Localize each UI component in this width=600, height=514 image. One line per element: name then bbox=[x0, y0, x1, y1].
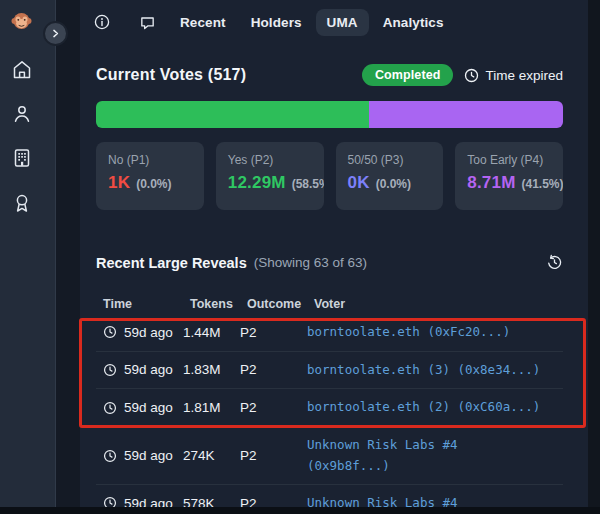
sidebar-expand-button[interactable] bbox=[43, 21, 68, 46]
time-ago-text: 59d ago bbox=[124, 400, 173, 415]
stat-card-value: 8.71M bbox=[467, 173, 515, 192]
stat-card-no-p1: No (P1)1K(0.0%) bbox=[96, 142, 204, 210]
tab-holders[interactable]: Holders bbox=[240, 9, 313, 36]
cell-time: 59d ago bbox=[103, 400, 183, 415]
timer: Time expired bbox=[464, 68, 563, 83]
clock-icon bbox=[103, 325, 117, 339]
clock-icon bbox=[103, 363, 117, 377]
chat-icon[interactable] bbox=[139, 14, 156, 31]
time-ago-text: 59d ago bbox=[124, 325, 173, 340]
stat-card-value: 12.29M bbox=[228, 173, 286, 192]
nav-tabs: RecentHoldersUMAAnalytics bbox=[169, 9, 455, 36]
cell-tokens: 1.83M bbox=[183, 362, 240, 377]
cell-outcome: P2 bbox=[240, 362, 307, 377]
clock-icon bbox=[103, 449, 117, 463]
right-gutter bbox=[588, 0, 600, 514]
cell-time: 59d ago bbox=[103, 325, 183, 340]
table-row: 59d ago1.81MP2borntoolate.eth (2) (0xC60… bbox=[96, 389, 563, 427]
sidebar-item-organization[interactable] bbox=[11, 147, 33, 169]
stat-card-percent: (58.5%) bbox=[292, 177, 324, 191]
voter-line-text: borntoolate.eth (0xFc20...) bbox=[307, 322, 563, 343]
voter-link[interactable]: borntoolate.eth (2) (0xC60a...) bbox=[307, 397, 563, 418]
reveals-header: Recent Large Reveals (Showing 63 of 63) bbox=[96, 254, 563, 271]
building-icon bbox=[11, 147, 33, 169]
timer-label: Time expired bbox=[485, 68, 563, 83]
stat-card-label: No (P1) bbox=[108, 153, 193, 167]
user-icon bbox=[11, 103, 33, 125]
stat-card-yes-p2: Yes (P2)12.29M(58.5%) bbox=[216, 142, 324, 210]
stat-card-label: Yes (P2) bbox=[228, 153, 313, 167]
table-row: 59d ago1.44MP2borntoolate.eth (0xFc20...… bbox=[96, 314, 563, 352]
column-header-voter: Voter bbox=[314, 297, 563, 311]
bottom-edge-strip bbox=[0, 507, 600, 514]
sidebar-item-rewards[interactable] bbox=[11, 192, 33, 214]
time-ago-text: 59d ago bbox=[124, 448, 173, 463]
tab-uma[interactable]: UMA bbox=[316, 9, 369, 36]
votes-header: Current Votes (517) Completed Time expir… bbox=[96, 62, 563, 88]
clock-icon bbox=[464, 68, 479, 83]
main-panel: RecentHoldersUMAAnalytics Current Votes … bbox=[80, 0, 588, 514]
stat-card-percent: (0.0%) bbox=[136, 177, 171, 191]
stat-card-value: 0K bbox=[348, 173, 370, 192]
cell-outcome: P2 bbox=[240, 400, 307, 415]
clock-icon bbox=[103, 401, 117, 415]
sidebar bbox=[0, 0, 56, 514]
award-ribbon-icon bbox=[11, 192, 33, 214]
cell-time: 59d ago bbox=[103, 448, 183, 463]
cell-outcome: P2 bbox=[240, 325, 307, 340]
cell-tokens: 274K bbox=[183, 448, 240, 463]
voter-line-text: Unknown Risk Labs #4 bbox=[307, 435, 563, 456]
table-body: 59d ago1.44MP2borntoolate.eth (0xFc20...… bbox=[96, 314, 563, 514]
stat-card-percent: (41.5%) bbox=[522, 177, 564, 191]
status-badge: Completed bbox=[362, 64, 454, 86]
table-row: 59d ago274KP2Unknown Risk Labs #4(0x9b8f… bbox=[96, 427, 563, 485]
vote-progress-bar bbox=[96, 101, 563, 128]
column-header-time: Time bbox=[103, 297, 190, 311]
voter-link[interactable]: Unknown Risk Labs #4(0x9b8f...) bbox=[307, 435, 563, 476]
voter-line-text: borntoolate.eth (2) (0xC60a...) bbox=[307, 397, 563, 418]
stat-card-too-early-p4: Too Early (P4)8.71M(41.5%) bbox=[455, 142, 563, 210]
info-icon[interactable] bbox=[94, 14, 110, 30]
stat-card-value: 1K bbox=[108, 173, 130, 192]
sidebar-item-home[interactable] bbox=[11, 59, 33, 81]
page-title: Current Votes (517) bbox=[96, 66, 246, 84]
progress-segment-yes-p2 bbox=[96, 101, 369, 128]
tab-analytics[interactable]: Analytics bbox=[372, 9, 455, 36]
history-icon[interactable] bbox=[546, 254, 563, 271]
time-ago-text: 59d ago bbox=[124, 362, 173, 377]
stat-card-label: 50/50 (P3) bbox=[348, 153, 433, 167]
progress-segment-too-early-p4 bbox=[369, 101, 563, 128]
column-header-tokens: Tokens bbox=[190, 297, 247, 311]
reveals-table: TimeTokensOutcomeVoter 59d ago1.44MP2bor… bbox=[96, 293, 563, 514]
cell-outcome: P2 bbox=[240, 448, 307, 463]
vote-stat-cards: No (P1)1K(0.0%)Yes (P2)12.29M(58.5%)50/5… bbox=[96, 142, 563, 210]
stat-card-label: Too Early (P4) bbox=[467, 153, 552, 167]
stat-card-value-row: 8.71M(41.5%) bbox=[467, 173, 552, 193]
cell-tokens: 1.81M bbox=[183, 400, 240, 415]
stat-card-percent: (0.0%) bbox=[376, 177, 411, 191]
tab-recent[interactable]: Recent bbox=[169, 9, 237, 36]
top-nav: RecentHoldersUMAAnalytics bbox=[80, 0, 588, 44]
table-row: 59d ago1.83MP2borntoolate.eth (3) (0x8e3… bbox=[96, 352, 563, 390]
stat-card-value-row: 0K(0.0%) bbox=[348, 173, 433, 193]
home-icon bbox=[11, 59, 33, 81]
table-header-row: TimeTokensOutcomeVoter bbox=[96, 293, 563, 314]
stat-card-50-50-p3: 50/50 (P3)0K(0.0%) bbox=[336, 142, 444, 210]
monkey-face-icon bbox=[11, 11, 32, 32]
stat-card-value-row: 12.29M(58.5%) bbox=[228, 173, 313, 193]
reveals-subtitle: (Showing 63 of 63) bbox=[254, 255, 367, 270]
chevron-right-icon bbox=[50, 28, 61, 39]
reveals-title: Recent Large Reveals bbox=[96, 255, 247, 271]
voter-link[interactable]: borntoolate.eth (3) (0x8e34...) bbox=[307, 360, 563, 381]
content-area: Current Votes (517) Completed Time expir… bbox=[80, 62, 588, 514]
voter-line-text: (0x9b8f...) bbox=[307, 456, 563, 477]
voter-link[interactable]: borntoolate.eth (0xFc20...) bbox=[307, 322, 563, 343]
stat-card-value-row: 1K(0.0%) bbox=[108, 173, 193, 193]
cell-tokens: 1.44M bbox=[183, 325, 240, 340]
user-avatar-monkey[interactable] bbox=[11, 11, 32, 32]
vote-status: Completed Time expired bbox=[362, 64, 563, 86]
column-header-outcome: Outcome bbox=[247, 297, 314, 311]
voter-line-text: borntoolate.eth (3) (0x8e34...) bbox=[307, 360, 563, 381]
cell-time: 59d ago bbox=[103, 362, 183, 377]
sidebar-item-profile[interactable] bbox=[11, 103, 33, 125]
